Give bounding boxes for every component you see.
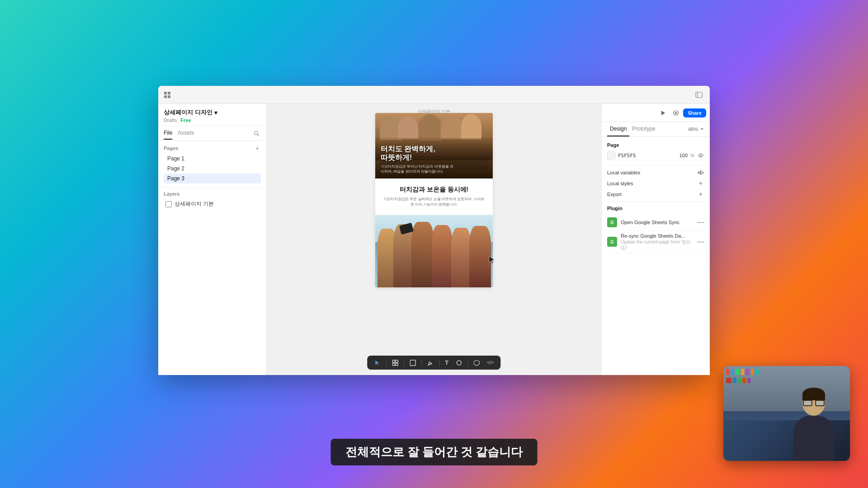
project-name[interactable]: 상세페이지 디자인 ▾ <box>164 108 261 117</box>
svg-marker-15 <box>474 360 479 366</box>
sidebar-item-page3[interactable]: Page 3 <box>164 174 261 183</box>
svg-line-7 <box>257 134 259 136</box>
svg-rect-22 <box>700 170 702 175</box>
layers-section-title: Layers <box>164 191 179 197</box>
page-color-row[interactable]: F5F5F5 100 % <box>607 151 704 160</box>
export-row[interactable]: Export + <box>607 191 704 198</box>
frame-overlay-desc: 기모터치장갑은 뛰어난 터치감과 따뜻함을 유지하며, 매일을 편리하게 만들어… <box>381 164 487 174</box>
plugin-re-sync-google-sheets[interactable]: G Re-sync Google Sheets Da... Update the… <box>607 230 704 253</box>
toolbar-sep-4 <box>439 359 439 366</box>
plugin-action-1[interactable]: — <box>697 218 704 226</box>
toolbar-pen-tool[interactable] <box>425 359 435 367</box>
left-sidebar: 상세페이지 디자인 ▾ Drafts Free File Assets <box>158 104 267 375</box>
title-bar <box>158 86 710 104</box>
svg-rect-9 <box>396 360 398 362</box>
subtitle-bar: 전체적으로 잘 들어간 것 같습니다 <box>331 439 538 465</box>
search-button[interactable] <box>252 129 261 138</box>
svg-rect-11 <box>396 363 398 366</box>
toolbar-select-tool[interactable] <box>373 359 382 367</box>
webcam-overlay <box>723 366 850 461</box>
local-styles-row[interactable]: Local styles + <box>607 180 704 187</box>
divider-2 <box>607 202 704 202</box>
svg-rect-12 <box>410 360 415 366</box>
panel-toggle-button[interactable] <box>693 89 704 100</box>
sidebar-tabs: File Assets <box>158 126 266 141</box>
pages-section-title: Pages <box>164 145 178 151</box>
toolbar-text-tool[interactable]: T <box>443 358 450 367</box>
layers-section: Layers 상세페이지 기본 <box>158 187 266 211</box>
frame-mid-desc: 기모터치장갑은 추운 날씨에도 손을 따뜻하게 보호하며, 스마트폰 터치 기능… <box>382 197 486 207</box>
subtitle-text: 전체적으로 잘 들어간 것 같습니다 <box>345 445 523 459</box>
tab-prototype[interactable]: Prototype <box>629 122 658 136</box>
toolbar-rect-tool[interactable] <box>408 359 418 367</box>
page-color-value: F5F5F5 <box>618 153 636 159</box>
plugin-section-title: Plugin <box>607 206 623 211</box>
export-add-icon[interactable]: + <box>697 191 704 198</box>
page-color-swatch[interactable] <box>607 151 615 160</box>
toolbar-ellipse-tool[interactable] <box>454 359 464 367</box>
page-section-title: Page <box>607 142 619 148</box>
frame-bottom-image <box>375 215 493 287</box>
tab-file[interactable]: File <box>164 130 172 140</box>
project-dropdown-icon: ▾ <box>214 109 217 116</box>
tab-assets[interactable]: Assets <box>178 130 194 140</box>
svg-rect-3 <box>168 95 170 98</box>
plugin-section-header: Plugin <box>607 206 704 211</box>
toolbar-sep-3 <box>421 359 422 366</box>
svg-point-6 <box>254 131 258 135</box>
webcam-person-silhouette <box>782 384 845 461</box>
svg-rect-4 <box>696 92 702 98</box>
project-free-badge: Free <box>180 117 191 123</box>
plugin-icon-1: G <box>607 217 617 227</box>
frame-mid-section: 터치감과 보온을 동시에! 기모터치장갑은 추운 날씨에도 손을 따뜻하게 보호… <box>375 178 493 215</box>
layer-frame-icon <box>165 201 172 207</box>
svg-rect-8 <box>392 360 395 362</box>
toolbar-components-tool[interactable] <box>472 359 481 367</box>
layers-section-header: Layers <box>164 191 261 197</box>
svg-point-18 <box>675 112 677 114</box>
tab-design[interactable]: Design <box>607 122 629 136</box>
right-toolbar: Share <box>602 104 710 122</box>
toolbar-code-tool[interactable]: </> <box>485 359 495 366</box>
right-sidebar: Share Design Prototype 48% Page <box>601 104 710 375</box>
main-layout: 상세페이지 디자인 ▾ Drafts Free File Assets <box>158 104 710 375</box>
pages-section-header: Pages + <box>164 145 261 152</box>
app-window: 상세페이지 디자인 ▾ Drafts Free File Assets <box>158 86 710 375</box>
add-page-button[interactable]: + <box>254 145 261 152</box>
zoom-dropdown-icon <box>700 127 704 131</box>
local-styles-add-icon[interactable]: + <box>697 180 704 187</box>
local-variables-row[interactable]: Local variables <box>607 169 704 176</box>
frame-top-image: 터치도 완벽하게,따뜻하게! 기모터치장갑은 뛰어난 터치감과 따뜻함을 유지하… <box>375 113 493 178</box>
local-variables-icon[interactable] <box>697 169 704 176</box>
layer-item[interactable]: 상세페이지 기본 <box>164 198 261 210</box>
share-button[interactable]: Share <box>683 108 706 117</box>
project-header: 상세페이지 디자인 ▾ Drafts Free <box>158 104 266 126</box>
svg-point-20 <box>700 155 702 156</box>
sidebar-item-page2[interactable]: Page 2 <box>164 164 261 174</box>
plugin-icon-2: G <box>607 237 617 247</box>
eye-icon[interactable] <box>697 152 704 159</box>
svg-marker-16 <box>661 111 665 115</box>
plugin-open-google-sheets[interactable]: G Open Google Sheets Sync — <box>607 215 704 230</box>
plugin-desc-2: Update the current page from '정리 (1)' <box>621 239 693 250</box>
toolbar-sep-5 <box>467 359 468 366</box>
canvas-area[interactable]: 상세페이지 기본 터치도 완벽하게,따뜻하게! <box>267 104 601 375</box>
settings-button[interactable] <box>670 108 681 118</box>
zoom-value: 48% <box>688 127 698 132</box>
svg-marker-19 <box>701 128 703 130</box>
project-drafts-label: Drafts <box>164 117 177 123</box>
svg-rect-0 <box>164 92 167 94</box>
toolbar-frame-tool[interactable] <box>390 359 400 367</box>
plugin-action-2[interactable]: — <box>697 238 704 246</box>
zoom-control[interactable]: 48% <box>688 127 704 132</box>
local-variables-label: Local variables <box>607 170 640 175</box>
canvas-toolbar: T </> <box>367 356 500 370</box>
plugin-name-2: Re-sync Google Sheets Da... <box>621 233 693 239</box>
export-label: Export <box>607 192 622 197</box>
right-tabs: Design Prototype 48% <box>602 122 710 137</box>
design-frame: 터치도 완벽하게,따뜻하게! 기모터치장갑은 뛰어난 터치감과 따뜻함을 유지하… <box>375 113 493 287</box>
app-icon <box>164 91 171 99</box>
play-button[interactable] <box>658 108 669 118</box>
svg-rect-23 <box>702 172 703 174</box>
sidebar-item-page1[interactable]: Page 1 <box>164 154 261 164</box>
